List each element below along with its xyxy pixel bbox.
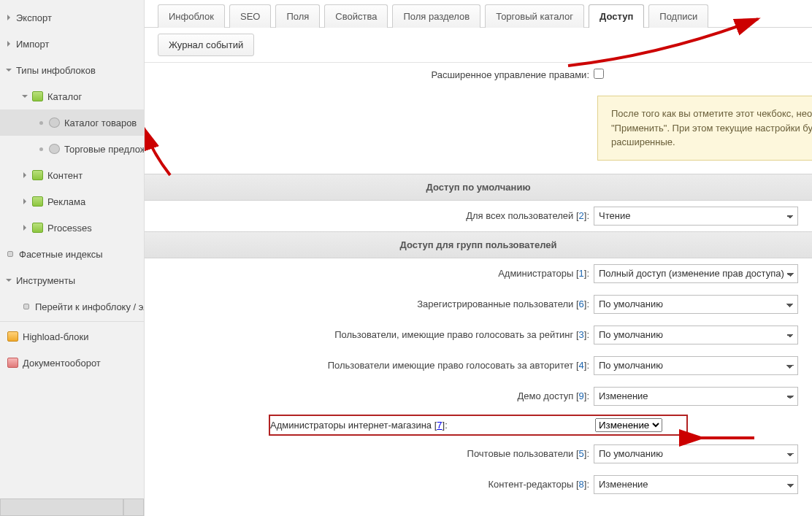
group-label: Администраторы интернет-магазина <box>270 420 432 431</box>
sidebar-item-export[interactable]: Экспорт <box>0 4 144 31</box>
sidebar-item-goto-iblock[interactable]: Перейти к инфоблоку / элементу <box>0 293 144 320</box>
notice-box: После того как вы отметите этот чекбокс,… <box>597 96 812 161</box>
group-link[interactable]: 6 <box>579 299 584 309</box>
sidebar-label: Торговые предложения <box>64 144 144 155</box>
folder-icon <box>32 223 43 233</box>
group-row: Почтовые пользователи [5]:По умолчанию <box>145 439 812 469</box>
group-link[interactable]: 2 <box>579 210 584 221</box>
default-access-label: Для всех пользователей <box>466 210 573 221</box>
group-label: Почтовые пользователи <box>467 448 574 459</box>
group-row: Контент-редакторы [8]:Изменение <box>145 469 812 500</box>
section-group-access: Доступ для групп пользователей <box>145 231 812 258</box>
gear-icon <box>49 118 60 128</box>
group-label: Администраторы <box>498 268 573 279</box>
sidebar-item-trade-offers[interactable]: Торговые предложения <box>0 136 144 162</box>
group-label: Пользователи имеющие право голосовать за… <box>328 360 574 371</box>
tab-подписи[interactable]: Подписи <box>648 4 708 28</box>
tab-доступ[interactable]: Доступ <box>589 4 644 28</box>
section-default-access: Доступ по умолчанию <box>145 174 812 201</box>
group-access-select[interactable]: Изменение <box>594 475 798 494</box>
group-access-select[interactable]: По умолчанию <box>594 295 798 314</box>
group-access-select[interactable]: Изменение <box>594 387 798 406</box>
sidebar-item-facet[interactable]: Фасетные индексы <box>0 241 144 267</box>
db-icon <box>7 331 18 342</box>
tab-seo[interactable]: SEO <box>229 4 271 28</box>
group-access-select[interactable]: По умолчанию <box>594 356 798 375</box>
ext-rights-label: Расширенное управление правами: <box>145 69 594 80</box>
group-link[interactable]: 4 <box>579 360 584 371</box>
group-link[interactable]: 7 <box>437 420 442 431</box>
main-content: ИнфоблокSEOПоляСвойстваПоля разделовТорг… <box>145 0 812 516</box>
group-row: Пользователи, имеющие право голосовать з… <box>145 320 812 350</box>
sidebar-label: Инструменты <box>16 275 75 286</box>
group-link[interactable]: 5 <box>579 448 584 459</box>
group-link[interactable]: 3 <box>579 329 584 340</box>
sidebar-label: Контент <box>47 170 83 181</box>
folder-icon <box>32 91 43 101</box>
sidebar-item-catalog-products[interactable]: Каталог товаров <box>0 109 144 136</box>
folder-icon <box>32 170 43 180</box>
group-link[interactable]: 1 <box>579 268 584 279</box>
ext-rights-checkbox[interactable] <box>594 69 604 79</box>
tab-свойства[interactable]: Свойства <box>324 4 388 28</box>
group-label: Демо доступ <box>518 390 574 401</box>
group-row: Пользователи имеющие право голосовать за… <box>145 350 812 381</box>
group-label: Пользователи, имеющие право голосовать з… <box>334 329 573 340</box>
sidebar-item-catalog[interactable]: Каталог <box>0 83 144 109</box>
group-row: Администраторы [1]:Полный доступ (измене… <box>145 258 812 289</box>
group-row: Зарегистрированные пользователи [6]:По у… <box>145 289 812 320</box>
group-access-select[interactable]: По умолчанию <box>594 326 798 344</box>
default-access-select[interactable]: Чтение <box>594 207 798 226</box>
sidebar-item-content[interactable]: Контент <box>0 162 144 188</box>
group-link[interactable]: 8 <box>579 479 584 490</box>
sidebar-label: Реклама <box>47 196 85 207</box>
sidebar-item-processes[interactable]: Processes <box>0 215 144 241</box>
sidebar: Экспорт Импорт Типы инфоблоков Каталог К… <box>0 0 145 516</box>
tab-журнал-событий[interactable]: Журнал событий <box>158 34 254 56</box>
group-label: Контент-редакторы <box>488 479 573 490</box>
sidebar-item-tools[interactable]: Инструменты <box>0 267 144 293</box>
sidebar-label: Фасетные индексы <box>19 249 103 260</box>
tab-инфоблок[interactable]: Инфоблок <box>158 4 225 28</box>
tab-поля[interactable]: Поля <box>275 4 320 28</box>
tab-торговый каталог[interactable]: Торговый каталог <box>485 4 584 28</box>
sidebar-label: Highload-блоки <box>23 331 88 342</box>
group-access-select[interactable]: Изменение <box>595 418 662 432</box>
doc-icon <box>7 358 18 368</box>
group-link[interactable]: 9 <box>579 390 584 401</box>
sidebar-label: Каталог товаров <box>64 118 137 128</box>
sidebar-label: Перейти к инфоблоку / элементу <box>35 301 144 312</box>
sidebar-label: Каталог <box>47 91 82 102</box>
group-row: Демо доступ [9]:Изменение <box>145 381 812 412</box>
folder-icon <box>32 196 43 207</box>
sidebar-resize-bar[interactable] <box>0 498 144 516</box>
sidebar-label: Документооборот <box>23 358 101 369</box>
group-access-select[interactable]: По умолчанию <box>594 444 798 463</box>
sidebar-label: Экспорт <box>16 12 52 23</box>
group-row: Администраторы интернет-магазина [7]:Изм… <box>269 415 688 436</box>
gear-icon <box>49 144 60 154</box>
tabs-row1: ИнфоблокSEOПоляСвойстваПоля разделовТорг… <box>145 0 812 28</box>
sidebar-label: Импорт <box>16 39 49 50</box>
group-label: Зарегистрированные пользователи <box>417 299 573 309</box>
tabs-row2: Журнал событий <box>145 28 812 62</box>
sidebar-item-import[interactable]: Импорт <box>0 31 144 57</box>
tab-поля разделов[interactable]: Поля разделов <box>392 4 480 28</box>
sidebar-label: Processes <box>47 223 92 234</box>
sidebar-item-docflow[interactable]: Документооборот <box>0 350 144 376</box>
group-access-select[interactable]: Полный доступ (изменение прав доступа) <box>594 264 798 283</box>
sidebar-item-highload[interactable]: Highload-блоки <box>0 323 144 350</box>
sidebar-item-iblock-types[interactable]: Типы инфоблоков <box>0 57 144 83</box>
sidebar-item-ads[interactable]: Реклама <box>0 188 144 215</box>
sidebar-label: Типы инфоблоков <box>16 65 96 76</box>
